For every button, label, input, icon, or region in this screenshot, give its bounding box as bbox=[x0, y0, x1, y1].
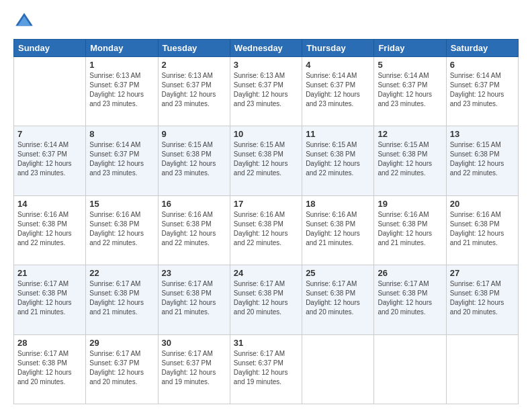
weekday-header: Wednesday bbox=[230, 40, 302, 57]
day-info: Sunrise: 6:17 AM Sunset: 6:38 PM Dayligh… bbox=[17, 349, 82, 387]
weekday-header: Sunday bbox=[14, 40, 86, 57]
calendar-cell: 23Sunrise: 6:17 AM Sunset: 6:38 PM Dayli… bbox=[158, 265, 230, 334]
calendar-cell: 16Sunrise: 6:16 AM Sunset: 6:38 PM Dayli… bbox=[158, 195, 230, 265]
day-number: 8 bbox=[89, 129, 154, 139]
calendar-cell: 12Sunrise: 6:15 AM Sunset: 6:38 PM Dayli… bbox=[374, 126, 446, 195]
day-number: 11 bbox=[306, 129, 370, 139]
day-number: 25 bbox=[306, 268, 370, 278]
day-info: Sunrise: 6:15 AM Sunset: 6:38 PM Dayligh… bbox=[378, 140, 442, 178]
calendar-cell bbox=[374, 334, 446, 404]
logo-icon bbox=[13, 11, 35, 32]
calendar-cell: 10Sunrise: 6:15 AM Sunset: 6:38 PM Dayli… bbox=[230, 126, 302, 195]
day-number: 23 bbox=[162, 268, 226, 278]
day-number: 13 bbox=[450, 129, 515, 139]
day-number: 22 bbox=[89, 268, 154, 278]
calendar-cell: 8Sunrise: 6:14 AM Sunset: 6:37 PM Daylig… bbox=[86, 126, 158, 195]
day-number: 16 bbox=[162, 199, 226, 209]
day-info: Sunrise: 6:15 AM Sunset: 6:38 PM Dayligh… bbox=[306, 140, 370, 178]
calendar-cell: 15Sunrise: 6:16 AM Sunset: 6:38 PM Dayli… bbox=[86, 195, 158, 265]
header bbox=[13, 11, 519, 32]
calendar-cell: 5Sunrise: 6:14 AM Sunset: 6:37 PM Daylig… bbox=[374, 57, 446, 126]
day-number: 20 bbox=[450, 199, 515, 209]
day-info: Sunrise: 6:17 AM Sunset: 6:38 PM Dayligh… bbox=[450, 279, 515, 317]
day-number: 26 bbox=[378, 268, 442, 278]
day-info: Sunrise: 6:14 AM Sunset: 6:37 PM Dayligh… bbox=[17, 140, 82, 178]
day-info: Sunrise: 6:16 AM Sunset: 6:38 PM Dayligh… bbox=[89, 210, 154, 248]
day-number: 21 bbox=[17, 268, 82, 278]
day-number: 14 bbox=[17, 199, 82, 209]
calendar-cell: 21Sunrise: 6:17 AM Sunset: 6:38 PM Dayli… bbox=[14, 265, 86, 334]
calendar-cell: 22Sunrise: 6:17 AM Sunset: 6:38 PM Dayli… bbox=[86, 265, 158, 334]
calendar-cell: 9Sunrise: 6:15 AM Sunset: 6:38 PM Daylig… bbox=[158, 126, 230, 195]
calendar-cell: 11Sunrise: 6:15 AM Sunset: 6:38 PM Dayli… bbox=[302, 126, 374, 195]
calendar-week-row: 14Sunrise: 6:16 AM Sunset: 6:38 PM Dayli… bbox=[14, 195, 519, 265]
day-info: Sunrise: 6:17 AM Sunset: 6:38 PM Dayligh… bbox=[17, 279, 82, 317]
calendar-cell: 25Sunrise: 6:17 AM Sunset: 6:38 PM Dayli… bbox=[302, 265, 374, 334]
day-number: 19 bbox=[378, 199, 442, 209]
calendar-week-row: 7Sunrise: 6:14 AM Sunset: 6:37 PM Daylig… bbox=[14, 126, 519, 195]
day-info: Sunrise: 6:16 AM Sunset: 6:38 PM Dayligh… bbox=[162, 210, 226, 248]
day-info: Sunrise: 6:16 AM Sunset: 6:38 PM Dayligh… bbox=[17, 210, 82, 248]
day-info: Sunrise: 6:16 AM Sunset: 6:38 PM Dayligh… bbox=[450, 210, 515, 248]
day-number: 30 bbox=[162, 338, 226, 348]
calendar-cell: 14Sunrise: 6:16 AM Sunset: 6:38 PM Dayli… bbox=[14, 195, 86, 265]
day-number: 3 bbox=[234, 60, 298, 70]
calendar-cell: 20Sunrise: 6:16 AM Sunset: 6:38 PM Dayli… bbox=[446, 195, 518, 265]
page: SundayMondayTuesdayWednesdayThursdayFrid… bbox=[0, 0, 532, 411]
day-info: Sunrise: 6:15 AM Sunset: 6:38 PM Dayligh… bbox=[450, 140, 515, 178]
calendar-cell: 29Sunrise: 6:17 AM Sunset: 6:37 PM Dayli… bbox=[86, 334, 158, 404]
calendar-cell: 19Sunrise: 6:16 AM Sunset: 6:38 PM Dayli… bbox=[374, 195, 446, 265]
day-info: Sunrise: 6:17 AM Sunset: 6:38 PM Dayligh… bbox=[378, 279, 442, 317]
day-info: Sunrise: 6:17 AM Sunset: 6:38 PM Dayligh… bbox=[162, 279, 226, 317]
day-info: Sunrise: 6:14 AM Sunset: 6:37 PM Dayligh… bbox=[306, 71, 370, 109]
day-number: 24 bbox=[234, 268, 298, 278]
calendar-cell bbox=[14, 57, 86, 126]
calendar-cell: 31Sunrise: 6:17 AM Sunset: 6:37 PM Dayli… bbox=[230, 334, 302, 404]
day-info: Sunrise: 6:17 AM Sunset: 6:38 PM Dayligh… bbox=[234, 279, 298, 317]
calendar-cell: 6Sunrise: 6:14 AM Sunset: 6:37 PM Daylig… bbox=[446, 57, 518, 126]
day-number: 28 bbox=[17, 338, 82, 348]
calendar-cell: 7Sunrise: 6:14 AM Sunset: 6:37 PM Daylig… bbox=[14, 126, 86, 195]
calendar-cell: 1Sunrise: 6:13 AM Sunset: 6:37 PM Daylig… bbox=[86, 57, 158, 126]
day-info: Sunrise: 6:16 AM Sunset: 6:38 PM Dayligh… bbox=[378, 210, 442, 248]
day-info: Sunrise: 6:16 AM Sunset: 6:38 PM Dayligh… bbox=[306, 210, 370, 248]
calendar-header-row: SundayMondayTuesdayWednesdayThursdayFrid… bbox=[14, 40, 519, 57]
weekday-header: Monday bbox=[86, 40, 158, 57]
calendar-cell: 13Sunrise: 6:15 AM Sunset: 6:38 PM Dayli… bbox=[446, 126, 518, 195]
calendar-cell: 24Sunrise: 6:17 AM Sunset: 6:38 PM Dayli… bbox=[230, 265, 302, 334]
day-number: 2 bbox=[162, 60, 226, 70]
weekday-header: Thursday bbox=[302, 40, 374, 57]
calendar-cell: 30Sunrise: 6:17 AM Sunset: 6:37 PM Dayli… bbox=[158, 334, 230, 404]
day-info: Sunrise: 6:13 AM Sunset: 6:37 PM Dayligh… bbox=[234, 71, 298, 109]
day-number: 29 bbox=[89, 338, 154, 348]
calendar-week-row: 21Sunrise: 6:17 AM Sunset: 6:38 PM Dayli… bbox=[14, 265, 519, 334]
calendar-cell bbox=[302, 334, 374, 404]
calendar-cell: 28Sunrise: 6:17 AM Sunset: 6:38 PM Dayli… bbox=[14, 334, 86, 404]
day-info: Sunrise: 6:17 AM Sunset: 6:37 PM Dayligh… bbox=[162, 349, 226, 387]
calendar-table: SundayMondayTuesdayWednesdayThursdayFrid… bbox=[13, 39, 519, 404]
calendar-cell: 27Sunrise: 6:17 AM Sunset: 6:38 PM Dayli… bbox=[446, 265, 518, 334]
weekday-header: Tuesday bbox=[158, 40, 230, 57]
day-number: 27 bbox=[450, 268, 515, 278]
day-number: 18 bbox=[306, 199, 370, 209]
day-number: 6 bbox=[450, 60, 515, 70]
calendar-cell: 2Sunrise: 6:13 AM Sunset: 6:37 PM Daylig… bbox=[158, 57, 230, 126]
day-number: 7 bbox=[17, 129, 82, 139]
day-number: 31 bbox=[234, 338, 298, 348]
day-number: 15 bbox=[89, 199, 154, 209]
day-info: Sunrise: 6:17 AM Sunset: 6:37 PM Dayligh… bbox=[89, 349, 154, 387]
calendar-week-row: 1Sunrise: 6:13 AM Sunset: 6:37 PM Daylig… bbox=[14, 57, 519, 126]
day-info: Sunrise: 6:14 AM Sunset: 6:37 PM Dayligh… bbox=[89, 140, 154, 178]
day-number: 9 bbox=[162, 129, 226, 139]
calendar-cell: 26Sunrise: 6:17 AM Sunset: 6:38 PM Dayli… bbox=[374, 265, 446, 334]
day-info: Sunrise: 6:17 AM Sunset: 6:38 PM Dayligh… bbox=[89, 279, 154, 317]
day-info: Sunrise: 6:14 AM Sunset: 6:37 PM Dayligh… bbox=[450, 71, 515, 109]
calendar-cell: 18Sunrise: 6:16 AM Sunset: 6:38 PM Dayli… bbox=[302, 195, 374, 265]
day-info: Sunrise: 6:13 AM Sunset: 6:37 PM Dayligh… bbox=[89, 71, 154, 109]
day-info: Sunrise: 6:17 AM Sunset: 6:38 PM Dayligh… bbox=[306, 279, 370, 317]
calendar-cell: 17Sunrise: 6:16 AM Sunset: 6:38 PM Dayli… bbox=[230, 195, 302, 265]
day-info: Sunrise: 6:14 AM Sunset: 6:37 PM Dayligh… bbox=[378, 71, 442, 109]
day-info: Sunrise: 6:16 AM Sunset: 6:38 PM Dayligh… bbox=[234, 210, 298, 248]
weekday-header: Friday bbox=[374, 40, 446, 57]
day-info: Sunrise: 6:17 AM Sunset: 6:37 PM Dayligh… bbox=[234, 349, 298, 387]
